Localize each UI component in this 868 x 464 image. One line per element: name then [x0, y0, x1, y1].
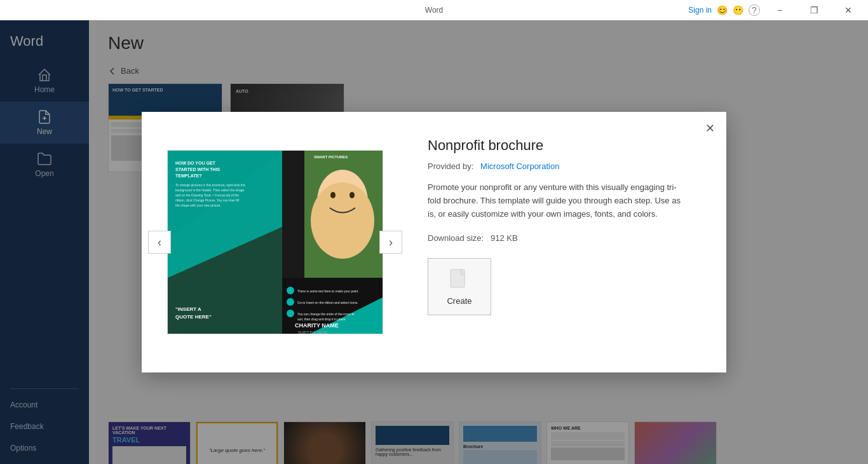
svg-text:"INSERT A: "INSERT A	[175, 306, 201, 312]
create-button[interactable]: ✨ Create	[428, 258, 491, 315]
help-icon: ?	[749, 4, 760, 16]
svg-text:To change pictures in this bro: To change pictures in this brochure, rig…	[175, 183, 245, 187]
minimize-button[interactable]: −	[765, 0, 794, 20]
person-icon: 😶	[733, 5, 743, 15]
template-title: Nonprofit brochure	[428, 137, 688, 154]
modal-close-button[interactable]: ✕	[701, 119, 719, 137]
svg-point-31	[287, 298, 294, 306]
svg-text:You can change the order of th: You can change the order of the icons to	[297, 312, 355, 316]
download-size: Download size: 912 KB	[428, 233, 688, 243]
title-bar: Word Sign in 😊 😶 ? − ❐ ✕	[0, 0, 868, 20]
provider-link[interactable]: Microsoft Corporation	[480, 161, 559, 171]
modal-info-panel: Nonprofit brochure Provided by: Microsof…	[409, 137, 701, 347]
svg-text:Go to Insert on the ribbon and: Go to Insert on the ribbon and select Ic…	[297, 301, 358, 304]
svg-text:There is some text here to mak: There is some text here to make your poi…	[297, 289, 358, 293]
template-preview-modal: ✕ ‹	[142, 112, 726, 372]
svg-text:STARTED WITH THIS: STARTED WITH THIS	[175, 167, 220, 172]
svg-point-23	[330, 192, 336, 198]
template-description: Promote your nonprofit or any venture wi…	[428, 181, 688, 221]
svg-text:and on the Drawing Tools > For: and on the Drawing Tools > Format tab of…	[175, 193, 239, 197]
svg-text:SUBTITLE HERE: SUBTITLE HERE	[298, 331, 328, 334]
svg-text:ribbon, click Change Picture. : ribbon, click Change Picture. You can th…	[175, 198, 239, 202]
svg-text:HOW DO YOU GET: HOW DO YOU GET	[175, 161, 216, 165]
svg-text:QUOTE HERE": QUOTE HERE"	[175, 314, 212, 320]
download-label: Download size:	[428, 233, 484, 243]
template-image: HOW DO YOU GET STARTED WITH THIS TEMPLAT…	[167, 150, 383, 334]
svg-text:suit, then drag and drop it in: suit, then drag and drop it in place.	[297, 317, 346, 321]
smiley-icon: 😊	[717, 5, 728, 15]
modal-preview-area: ‹	[142, 137, 409, 347]
app-title: Word	[425, 6, 443, 15]
provided-by-label: Provided by:	[428, 161, 473, 171]
download-size-value: 912 KB	[491, 233, 518, 243]
prev-template-button[interactable]: ‹	[148, 231, 171, 254]
modal-overlay: ✕ ‹	[0, 20, 868, 464]
sign-in-area: Sign in 😊 😶 ? − ❐ ✕	[688, 0, 863, 20]
sign-in-link[interactable]: Sign in	[688, 6, 712, 15]
svg-text:TEMPLATE?: TEMPLATE?	[175, 174, 201, 178]
svg-point-24	[349, 192, 355, 198]
svg-point-22	[311, 182, 374, 259]
svg-point-30	[287, 287, 294, 294]
svg-rect-8	[173, 156, 271, 219]
close-button[interactable]: ✕	[834, 0, 863, 20]
next-template-button[interactable]: ›	[379, 231, 402, 254]
svg-text:SMART PICTURES: SMART PICTURES	[314, 155, 348, 159]
svg-text:background in the header. Then: background in the header. Then select th…	[175, 188, 245, 192]
svg-point-32	[287, 310, 294, 317]
modal-body: ‹	[142, 112, 726, 372]
template-provider: Provided by: Microsoft Corporation	[428, 161, 688, 171]
svg-text:CHARITY NAME: CHARITY NAME	[295, 322, 339, 329]
svg-text:the shape with your new pictur: the shape with your new picture.	[175, 203, 221, 207]
maximize-button[interactable]: ❐	[799, 0, 829, 20]
create-label: Create	[447, 296, 471, 306]
create-document-icon: ✨	[448, 268, 471, 291]
